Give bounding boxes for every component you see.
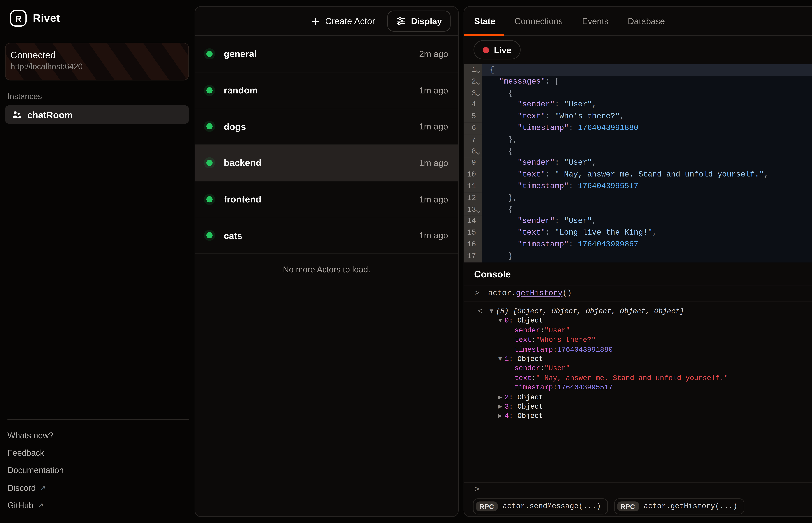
instances-label: Instances bbox=[7, 92, 42, 101]
editor-line[interactable]: 5 "text": "Who’s there?", bbox=[464, 111, 812, 123]
editor-line[interactable]: 16 "timestamp": 1764043999867 bbox=[464, 239, 812, 251]
token-p: }, bbox=[490, 194, 518, 202]
token-k: "timestamp" bbox=[518, 124, 569, 132]
token-p bbox=[490, 217, 518, 226]
actor-status-dot bbox=[206, 51, 212, 57]
actor-last-active: 1m ago bbox=[419, 231, 448, 240]
editor-line[interactable]: 8 { bbox=[464, 146, 812, 158]
code-text: { bbox=[482, 88, 812, 99]
footer-link-github[interactable]: GitHub↗ bbox=[5, 497, 189, 515]
fold-slot bbox=[476, 99, 482, 111]
brand[interactable]: R Rivet bbox=[10, 10, 60, 26]
console-entry-2[interactable]: ▶2: Object bbox=[464, 392, 812, 402]
connection-card[interactable]: Connected http://localhost:6420 bbox=[5, 43, 189, 80]
editor-gutter: 14 bbox=[464, 216, 482, 227]
editor-line[interactable]: 2 "messages": [ bbox=[464, 76, 812, 88]
fold-chevron-icon bbox=[476, 92, 480, 96]
line-number: 4 bbox=[464, 99, 476, 111]
editor-line[interactable]: 14 "sender": "User", bbox=[464, 216, 812, 227]
rpc-button-actor-gethistory[interactable]: RPCactor.getHistory(...) bbox=[614, 498, 744, 514]
prop-value: "User" bbox=[545, 326, 570, 335]
token-p bbox=[490, 229, 518, 237]
fold-slot[interactable] bbox=[476, 65, 482, 76]
footer-link-feedback[interactable]: Feedback bbox=[5, 444, 189, 462]
code-text: } bbox=[482, 251, 812, 262]
prompt-icon: > bbox=[475, 485, 479, 494]
fold-slot[interactable] bbox=[476, 76, 482, 88]
editor-line[interactable]: 4 "sender": "User", bbox=[464, 99, 812, 111]
actor-row-general[interactable]: general2m ago bbox=[195, 36, 458, 72]
footer-link-discord[interactable]: Discord↗ bbox=[5, 479, 189, 497]
editor-gutter: 6 bbox=[464, 123, 482, 134]
editor-line[interactable]: 7 }, bbox=[464, 134, 812, 146]
editor-gutter: 5 bbox=[464, 111, 482, 123]
footer-link-label: Discord bbox=[7, 483, 36, 493]
fold-slot bbox=[476, 216, 482, 227]
editor-line[interactable]: 3 { bbox=[464, 88, 812, 99]
editor-line[interactable]: 17 } bbox=[464, 251, 812, 262]
footer-link-label: Whats new? bbox=[7, 431, 54, 440]
actor-row-frontend[interactable]: frontend1m ago bbox=[195, 181, 458, 218]
line-number: 7 bbox=[464, 134, 476, 146]
fold-slot bbox=[476, 193, 482, 204]
token-k: "sender" bbox=[518, 217, 555, 226]
code-text: }, bbox=[482, 193, 812, 204]
editor-line[interactable]: 13 { bbox=[464, 204, 812, 216]
actor-row-random[interactable]: random1m ago bbox=[195, 72, 458, 109]
console-entry-4[interactable]: ▶4: Object bbox=[464, 411, 812, 421]
console-header[interactable]: Console bbox=[464, 263, 812, 285]
state-editor[interactable]: 1{2 "messages": [3 {4 "sender": "User",5… bbox=[464, 65, 812, 263]
console-prop-sender: sender: "User" bbox=[464, 326, 812, 335]
token-s: "User" bbox=[564, 101, 592, 109]
console-history-command[interactable]: > actor.getHistory() bbox=[464, 285, 812, 302]
display-button[interactable]: Display bbox=[387, 11, 451, 32]
actor-status-dot bbox=[206, 87, 212, 93]
prop-value: "Who’s there?" bbox=[536, 335, 596, 345]
editor-line[interactable]: 12 }, bbox=[464, 193, 812, 204]
token-k: "messages" bbox=[499, 77, 545, 86]
console-entry-3[interactable]: ▶3: Object bbox=[464, 402, 812, 411]
actor-row-backend[interactable]: backend1m ago bbox=[195, 145, 458, 181]
line-number: 2 bbox=[464, 76, 476, 88]
token-p: { bbox=[490, 205, 513, 214]
fold-slot[interactable] bbox=[476, 146, 482, 158]
editor-line[interactable]: 9 "sender": "User", bbox=[464, 158, 812, 169]
tab-database[interactable]: Database bbox=[628, 16, 665, 26]
triangle-down-icon: ▼ bbox=[498, 354, 502, 364]
console-entry-0[interactable]: ▼0: Object bbox=[464, 316, 812, 326]
live-badge-label: Live bbox=[494, 45, 512, 55]
console-result-row[interactable]: < ▼ (5) [Object, Object, Object, Object,… bbox=[464, 306, 812, 316]
prop-value: 1764043991880 bbox=[557, 345, 613, 354]
console-entry-1[interactable]: ▼1: Object bbox=[464, 354, 812, 364]
sidebar-item-chatroom[interactable]: chatRoom bbox=[5, 105, 189, 124]
tab-events[interactable]: Events bbox=[582, 16, 608, 26]
token-s: "Long live the King!" bbox=[555, 229, 652, 237]
footer-link-documentation[interactable]: Documentation bbox=[5, 462, 189, 479]
fold-slot bbox=[476, 251, 482, 262]
tab-connections[interactable]: Connections bbox=[515, 16, 563, 26]
rpc-button-actor-sendmessage[interactable]: RPCactor.sendMessage(...) bbox=[473, 498, 608, 514]
actor-row-cats[interactable]: cats1m ago bbox=[195, 218, 458, 254]
create-actor-label: Create Actor bbox=[325, 16, 375, 26]
entry-index: 4 bbox=[505, 411, 509, 421]
actor-row-dogs[interactable]: dogs1m ago bbox=[195, 109, 458, 145]
footer-link-whats-new[interactable]: Whats new? bbox=[5, 427, 189, 444]
entry-index: 1 bbox=[505, 354, 509, 364]
fold-slot[interactable] bbox=[476, 204, 482, 216]
editor-line[interactable]: 10 "text": " Nay, answer me. Stand and u… bbox=[464, 169, 812, 181]
tab-state[interactable]: State bbox=[474, 16, 495, 26]
editor-line[interactable]: 1{ bbox=[464, 65, 812, 76]
create-actor-button[interactable]: Create Actor bbox=[311, 16, 375, 26]
line-number: 15 bbox=[464, 227, 476, 239]
fold-slot[interactable] bbox=[476, 88, 482, 99]
console-input-row[interactable]: > bbox=[464, 482, 812, 496]
rivet-logo-icon: R bbox=[10, 10, 27, 26]
live-badge[interactable]: Live bbox=[473, 40, 521, 59]
line-number: 5 bbox=[464, 111, 476, 123]
fold-slot bbox=[476, 239, 482, 251]
token-k: "timestamp" bbox=[518, 182, 569, 191]
editor-line[interactable]: 6 "timestamp": 1764043991880 bbox=[464, 123, 812, 134]
editor-line[interactable]: 15 "text": "Long live the King!", bbox=[464, 227, 812, 239]
inspector-tabs: StateConnectionsEventsDatabase Running bbox=[464, 7, 812, 36]
editor-line[interactable]: 11 "timestamp": 1764043995517 bbox=[464, 181, 812, 193]
